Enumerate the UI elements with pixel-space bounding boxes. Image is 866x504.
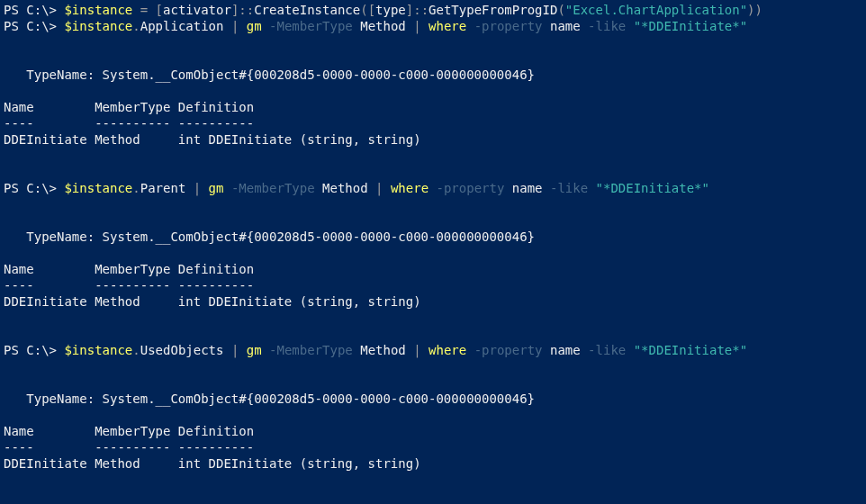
segment-text: name [512,181,550,195]
segment-text: CreateInstance [254,3,360,17]
segment-text: TypeName: System.__ComObject#{000208d5-0… [4,230,535,244]
segment-text: DDEInitiate Method int DDEInitiate (stri… [4,456,421,471]
segment-cmd: where [428,19,474,33]
terminal-line: Name MemberType Definition [4,99,862,115]
segment-op: | [413,343,428,357]
segment-text: ---- ---------- ---------- [4,278,254,292]
segment-cmd: $instance [64,19,132,33]
segment-op: . [132,343,140,357]
terminal-line: PS C:\> $instance.Application | gm -Memb… [4,18,862,34]
terminal-line: TypeName: System.__ComObject#{000208d5-0… [4,391,862,407]
segment-op: )) [747,3,762,17]
terminal-line: PS C:\> $instance.UsedObjects | gm -Memb… [4,342,862,358]
segment-text: UsedObjects [140,343,231,357]
blank-line [4,374,862,391]
segment-prompt: PS C:\> [4,343,64,357]
segment-op: | [231,19,247,33]
segment-cmd: $instance [64,343,132,357]
segment-str: "*DDEInitiate*" [634,343,747,357]
segment-text: DDEInitiate Method int DDEInitiate (stri… [4,294,421,309]
segment-text: Name MemberType Definition [4,424,254,438]
segment-op: . [132,181,140,195]
segment-op: ]:: [231,3,254,17]
segment-cmd: gm [247,343,269,357]
segment-text: GetTypeFromProgID [428,3,557,17]
segment-darkop: -like [588,343,634,357]
segment-darkop: -property [437,181,512,195]
blank-line [4,310,862,326]
blank-line [4,245,862,261]
segment-darkop: -like [588,19,634,33]
segment-cmd: $instance [64,181,132,195]
blank-line [4,164,862,180]
terminal-line: DDEInitiate Method int DDEInitiate (stri… [4,293,862,310]
segment-text: Parent [140,181,194,195]
segment-darkop: -property [474,343,550,357]
segment-cmd: $instance [64,3,140,17]
terminal-line: Name MemberType Definition [4,423,862,439]
blank-line [4,326,862,342]
segment-text: name [550,19,588,33]
segment-str: "*DDEInitiate*" [634,19,747,33]
segment-darkop: -MemberType [231,181,322,195]
segment-darkop: -MemberType [269,19,360,33]
segment-darkop: -MemberType [269,343,360,357]
segment-text: DDEInitiate Method int DDEInitiate (stri… [4,132,421,147]
segment-prompt: PS C:\> [4,181,64,195]
segment-text: TypeName: System.__ComObject#{000208d5-0… [4,392,535,406]
segment-op: ([ [360,3,375,17]
segment-text: Name MemberType Definition [4,262,254,276]
segment-op: ]:: [406,3,428,17]
segment-op: . [132,19,140,33]
segment-text: ---- ---------- ---------- [4,440,254,454]
segment-op: | [413,19,428,33]
segment-text: activator [163,3,231,17]
segment-op: | [375,181,391,195]
terminal-line: Name MemberType Definition [4,261,862,277]
segment-darkop: -property [474,19,550,33]
powershell-terminal[interactable]: PS C:\> $instance = [activator]::CreateI… [0,0,866,473]
segment-op: | [231,343,247,357]
blank-line [4,407,862,423]
segment-op: ( [557,3,564,17]
segment-cmd: where [391,181,437,195]
blank-line [4,83,862,99]
segment-cmd: gm [247,19,269,33]
segment-text: ---- ---------- ---------- [4,116,254,130]
segment-str: "*DDEInitiate*" [596,181,709,195]
blank-line [4,34,862,50]
terminal-line: ---- ---------- ---------- [4,439,862,455]
segment-text: name [550,343,588,357]
blank-line [4,50,862,67]
terminal-line: ---- ---------- ---------- [4,115,862,131]
terminal-line: PS C:\> $instance = [activator]::CreateI… [4,2,862,18]
segment-cmd: where [428,343,474,357]
segment-str: "Excel.ChartApplication" [565,3,747,17]
segment-text: Name MemberType Definition [4,100,254,114]
blank-line [4,358,862,374]
segment-text: TypeName: System.__ComObject#{000208d5-0… [4,68,535,82]
segment-cmd: gm [209,181,231,195]
segment-text: Method [360,343,413,357]
terminal-line: DDEInitiate Method int DDEInitiate (stri… [4,455,862,472]
segment-text: Method [322,181,375,195]
segment-text: Method [360,19,413,33]
terminal-line: TypeName: System.__ComObject#{000208d5-0… [4,229,862,245]
terminal-line: ---- ---------- ---------- [4,277,862,293]
blank-line [4,212,862,229]
terminal-line: PS C:\> $instance.Parent | gm -MemberTyp… [4,180,862,196]
segment-text: Application [140,19,231,33]
segment-op: = [ [140,3,163,17]
segment-prompt: PS C:\> [4,19,64,33]
segment-darkop: -like [550,181,596,195]
terminal-line: TypeName: System.__ComObject#{000208d5-0… [4,67,862,83]
segment-prompt: PS C:\> [4,3,64,17]
segment-op: | [194,181,209,195]
blank-line [4,148,862,164]
blank-line [4,196,862,212]
terminal-line: DDEInitiate Method int DDEInitiate (stri… [4,131,862,148]
segment-text: type [375,3,406,17]
